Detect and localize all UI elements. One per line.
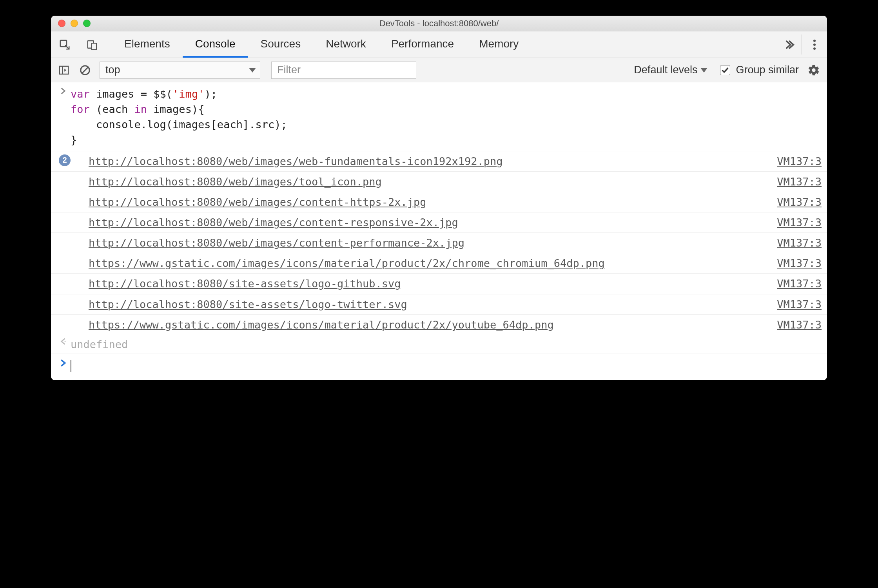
log-url-link[interactable]: http://localhost:8080/site-assets/logo-g…: [89, 276, 777, 291]
svg-line-9: [82, 67, 88, 73]
console-log-row: https://www.gstatic.com/images/icons/mat…: [51, 315, 827, 335]
log-source-link[interactable]: VM137:3: [777, 174, 822, 189]
console-input-echo: var images = $$('img'); for (each in ima…: [51, 82, 827, 151]
log-url-link[interactable]: http://localhost:8080/site-assets/logo-t…: [89, 297, 777, 312]
svg-point-4: [813, 44, 816, 46]
console-toolbar: top Default levels Group similar: [51, 58, 827, 82]
prompt-marker-icon: [56, 358, 71, 373]
svg-point-5: [813, 47, 816, 50]
console-log-row: http://localhost:8080/web/images/content…: [51, 212, 827, 233]
zoom-button[interactable]: [83, 20, 91, 27]
log-url-link[interactable]: http://localhost:8080/web/images/content…: [89, 215, 777, 230]
log-url-link[interactable]: https://www.gstatic.com/images/icons/mat…: [89, 317, 777, 332]
panel-tabs: Elements Console Sources Network Perform…: [106, 31, 776, 58]
tab-elements[interactable]: Elements: [112, 31, 183, 58]
log-source-link[interactable]: VM137:3: [777, 297, 822, 312]
log-url-link[interactable]: http://localhost:8080/web/images/tool_ic…: [89, 174, 777, 189]
console-result: undefined: [51, 335, 827, 354]
close-button[interactable]: [58, 20, 65, 27]
prompt-input[interactable]: [71, 358, 822, 373]
input-marker-icon: [56, 86, 71, 148]
tab-memory[interactable]: Memory: [466, 31, 531, 58]
console-prompt[interactable]: [51, 354, 827, 380]
log-url-link[interactable]: http://localhost:8080/web/images/web-fun…: [89, 154, 777, 169]
log-source-link[interactable]: VM137:3: [777, 194, 822, 210]
svg-rect-2: [92, 43, 97, 49]
console-body: var images = $$('img'); for (each in ima…: [51, 82, 827, 380]
log-levels-select[interactable]: Default levels: [634, 64, 707, 76]
clear-console-icon[interactable]: [76, 61, 94, 79]
log-source-link[interactable]: VM137:3: [777, 235, 822, 250]
svg-rect-6: [60, 66, 69, 74]
log-source-link[interactable]: VM137:3: [777, 317, 822, 332]
window-title: DevTools - localhost:8080/web/: [51, 18, 827, 29]
svg-point-3: [813, 40, 816, 42]
tabbar: Elements Console Sources Network Perform…: [51, 31, 827, 58]
window-controls: [51, 20, 91, 27]
group-similar-label: Group similar: [736, 64, 799, 76]
console-log-row: http://localhost:8080/web/images/tool_ic…: [51, 172, 827, 192]
log-source-link[interactable]: VM137:3: [777, 256, 822, 271]
result-text: undefined: [71, 337, 822, 352]
tab-console[interactable]: Console: [183, 31, 248, 58]
gear-icon[interactable]: [804, 61, 823, 80]
log-source-link[interactable]: VM137:3: [777, 215, 822, 230]
log-url-link[interactable]: https://www.gstatic.com/images/icons/mat…: [89, 256, 777, 271]
result-marker-icon: [56, 337, 71, 352]
sidebar-toggle-icon[interactable]: [55, 61, 73, 79]
console-log-row: http://localhost:8080/web/images/content…: [51, 233, 827, 253]
console-log-row: http://localhost:8080/site-assets/logo-g…: [51, 274, 827, 294]
device-toggle-icon[interactable]: [78, 31, 106, 58]
devtools-window: DevTools - localhost:8080/web/ Elements …: [51, 16, 827, 380]
console-log-row: https://www.gstatic.com/images/icons/mat…: [51, 253, 827, 274]
chevron-down-icon: [249, 68, 256, 73]
minimize-button[interactable]: [71, 20, 78, 27]
levels-label: Default levels: [634, 64, 697, 76]
tab-performance[interactable]: Performance: [379, 31, 466, 58]
tab-network[interactable]: Network: [313, 31, 379, 58]
log-url-link[interactable]: http://localhost:8080/web/images/content…: [89, 194, 777, 210]
tab-sources[interactable]: Sources: [248, 31, 313, 58]
log-source-link[interactable]: VM137:3: [777, 276, 822, 291]
log-url-link[interactable]: http://localhost:8080/web/images/content…: [89, 235, 777, 250]
console-log-row: http://localhost:8080/site-assets/logo-t…: [51, 294, 827, 315]
context-select[interactable]: top: [100, 62, 260, 79]
kebab-menu-icon[interactable]: [802, 31, 827, 58]
log-source-link[interactable]: VM137:3: [777, 154, 822, 169]
console-log-row: http://localhost:8080/web/images/content…: [51, 192, 827, 212]
inspect-icon[interactable]: [51, 31, 78, 58]
group-similar-checkbox[interactable]: [720, 65, 730, 75]
filter-input[interactable]: [271, 62, 416, 79]
titlebar: DevTools - localhost:8080/web/: [51, 16, 827, 31]
chevron-down-icon: [700, 68, 707, 73]
more-tabs-icon[interactable]: [776, 31, 802, 58]
console-log-row: 2http://localhost:8080/web/images/web-fu…: [51, 151, 827, 172]
svg-point-10: [65, 341, 66, 342]
repeat-count-badge: 2: [59, 154, 71, 166]
code-block: var images = $$('img'); for (each in ima…: [71, 86, 822, 148]
context-value: top: [105, 64, 120, 76]
